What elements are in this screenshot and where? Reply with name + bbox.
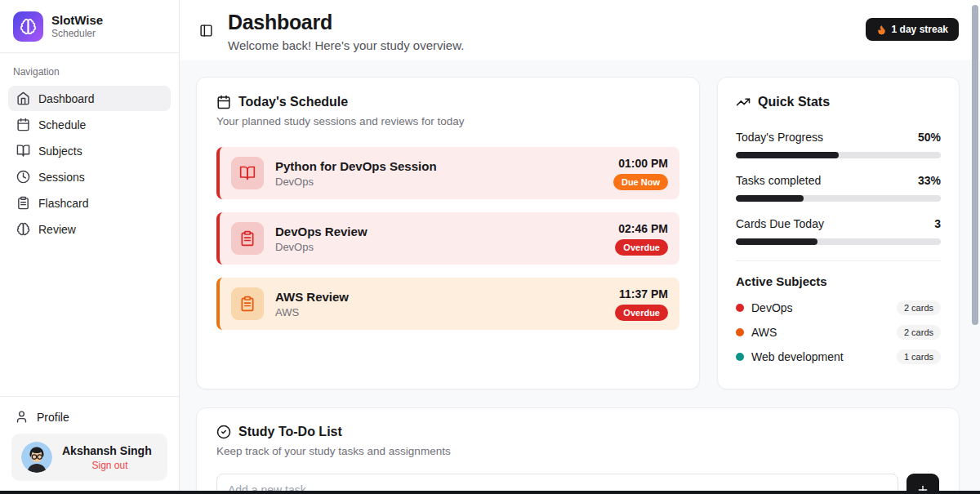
progress-bar — [736, 152, 941, 158]
trending-up-icon — [736, 95, 751, 109]
main-area: Dashboard Welcome back! Here's your stud… — [180, 0, 980, 494]
status-badge: Overdue — [615, 305, 668, 321]
page-title: Dashboard — [228, 11, 866, 34]
status-badge: Due Now — [613, 174, 668, 190]
schedule-item-title: Python for DevOps Session — [275, 159, 602, 173]
schedule-item-time: 02:46 PM — [618, 222, 668, 235]
subject-color-dot — [736, 304, 744, 312]
subject-card-count: 2 cards — [897, 300, 941, 315]
schedule-card-title: Today's Schedule — [238, 95, 348, 109]
sidebar-item-sessions[interactable]: Sessions — [8, 164, 171, 189]
calendar-icon — [16, 118, 30, 131]
sidebar-item-dashboard[interactable]: Dashboard — [8, 86, 171, 111]
clock-icon — [16, 170, 30, 184]
stat-value: 50% — [918, 131, 941, 144]
scrollbar-thumb[interactable] — [972, 5, 978, 325]
subject-card-count: 2 cards — [897, 325, 941, 340]
app-logo: SlotWise Scheduler — [0, 0, 179, 53]
profile-label-row: Profile — [11, 407, 167, 434]
subject-name: AWS — [751, 326, 777, 339]
book-open-icon — [16, 144, 30, 158]
sidebar-nav: Navigation Dashboard Schedule Subjects S… — [0, 53, 179, 243]
progress-bar — [736, 238, 941, 245]
todo-card-title: Study To-Do List — [238, 425, 342, 439]
subject-row: Web development 1 cards — [736, 349, 941, 364]
sidebar-item-flashcard[interactable]: Flashcard — [8, 190, 171, 216]
progress-bar — [736, 195, 941, 202]
sidebar-item-schedule[interactable]: Schedule — [8, 112, 171, 137]
stat-value: 3 — [934, 217, 941, 230]
stats-card-title: Quick Stats — [758, 95, 830, 109]
stat-label: Tasks completed — [736, 174, 821, 187]
app-tagline: Scheduler — [51, 28, 103, 41]
profile-user-name: Akshansh Singh — [62, 444, 158, 457]
page-header: Dashboard Welcome back! Here's your stud… — [180, 0, 980, 60]
subject-row: DevOps 2 cards — [736, 300, 941, 315]
schedule-item-subject: AWS — [275, 306, 604, 318]
streak-badge-label: 1 day streak — [892, 24, 948, 35]
sidebar-item-subjects[interactable]: Subjects — [8, 138, 171, 163]
profile-section: Profile Akshansh Sing — [0, 396, 179, 494]
avatar — [21, 442, 52, 473]
sidebar-item-label: Sessions — [38, 171, 85, 184]
nav-section-label: Navigation — [13, 66, 171, 78]
stat-value: 33% — [918, 174, 941, 187]
scrollbar-track[interactable] — [971, 0, 979, 494]
flame-icon — [876, 24, 887, 35]
app-name: SlotWise — [51, 13, 103, 28]
schedule-item[interactable]: AWS Review AWS 11:37 PM Overdue — [216, 278, 679, 330]
panel-left-icon — [199, 24, 213, 38]
sidebar-item-label: Schedule — [38, 118, 86, 131]
stat-label: Cards Due Today — [736, 217, 824, 230]
window-bottom-edge — [0, 491, 980, 494]
schedule-item-subject: DevOps — [275, 241, 604, 253]
study-todo-card: Study To-Do List Keep track of your stud… — [196, 407, 960, 494]
book-open-icon — [231, 157, 264, 189]
schedule-item[interactable]: DevOps Review DevOps 02:46 PM Overdue — [216, 212, 679, 265]
sidebar-item-label: Review — [38, 223, 76, 236]
stat-label: Today's Progress — [736, 131, 823, 144]
schedule-item-time: 01:00 PM — [618, 157, 668, 170]
schedule-items-list: Python for DevOps Session DevOps 01:00 P… — [216, 147, 679, 330]
home-icon — [16, 91, 30, 105]
user-icon — [15, 410, 29, 424]
profile-card[interactable]: Akshansh Singh Sign out — [11, 434, 167, 481]
schedule-item-title: AWS Review — [275, 290, 604, 304]
clipboard-icon — [231, 222, 264, 255]
sidebar: SlotWise Scheduler Navigation Dashboard … — [0, 0, 180, 494]
subject-color-dot — [736, 353, 744, 361]
subject-color-dot — [736, 328, 744, 336]
schedule-item-subject: DevOps — [275, 176, 602, 188]
clipboard-icon — [16, 196, 30, 210]
stat-tasks-completed: Tasks completed 33% — [736, 174, 941, 202]
subject-card-count: 1 cards — [897, 349, 941, 364]
schedule-card-subtitle: Your planned study sessions and reviews … — [216, 115, 679, 127]
page-subtitle: Welcome back! Here's your study overview… — [228, 38, 866, 52]
streak-badge: 1 day streak — [866, 18, 959, 41]
brain-icon — [16, 222, 30, 236]
subject-row: AWS 2 cards — [736, 325, 941, 340]
schedule-item-title: DevOps Review — [275, 225, 604, 238]
stat-todays-progress: Today's Progress 50% — [736, 131, 941, 158]
clipboard-icon — [231, 287, 264, 320]
schedule-item[interactable]: Python for DevOps Session DevOps 01:00 P… — [216, 147, 679, 199]
brain-logo-icon — [13, 11, 43, 42]
circle-check-icon — [216, 425, 231, 439]
active-subjects-title: Active Subjects — [736, 274, 941, 288]
todo-card-subtitle: Keep track of your study tasks and assig… — [216, 445, 939, 457]
subject-name: DevOps — [751, 301, 793, 314]
content-area: Today's Schedule Your planned study sess… — [180, 60, 980, 494]
status-badge: Overdue — [615, 239, 668, 256]
quick-stats-card: Quick Stats Today's Progress 50% Tasks c… — [717, 77, 960, 389]
stat-cards-due-today: Cards Due Today 3 — [736, 217, 941, 245]
sidebar-toggle-button[interactable] — [199, 24, 213, 38]
calendar-icon — [216, 95, 231, 109]
sign-out-link[interactable]: Sign out — [91, 460, 127, 471]
subject-name: Web development — [751, 350, 844, 363]
sidebar-item-label: Subjects — [38, 145, 82, 158]
divider — [736, 260, 941, 261]
sidebar-item-review[interactable]: Review — [8, 216, 171, 242]
profile-label: Profile — [37, 411, 69, 424]
sidebar-item-label: Dashboard — [38, 92, 95, 105]
schedule-item-time: 11:37 PM — [619, 287, 668, 300]
